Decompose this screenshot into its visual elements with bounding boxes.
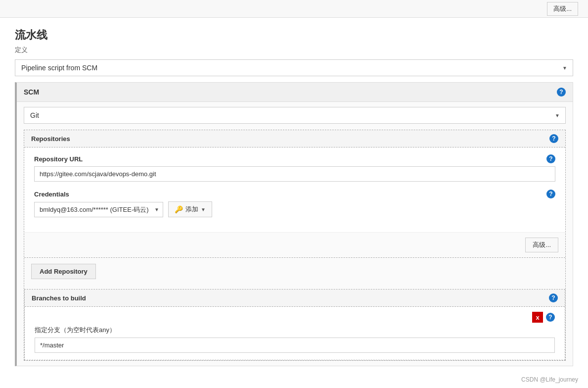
branches-header: Branches to build ? [25, 290, 565, 307]
definition-select-wrapper: Pipeline script from SCM Pipeline script [15, 59, 573, 76]
repo-inner: Repository URL ? Credentials ? [24, 147, 565, 232]
top-bar: 高级... [0, 0, 588, 18]
scm-select[interactable]: Git None Subversion [24, 107, 566, 124]
repositories-box: Repositories ? Repository URL ? [24, 130, 566, 361]
credentials-label-row: Credentials ? [34, 190, 555, 198]
credentials-help-icon[interactable]: ? [546, 190, 555, 198]
branch-delete-button[interactable]: x [532, 312, 543, 323]
add-repository-button[interactable]: Add Repository [31, 264, 96, 279]
scm-label: SCM [24, 88, 39, 96]
branch-help-icon[interactable]: ? [546, 313, 555, 322]
repo-url-help-icon[interactable]: ? [546, 154, 555, 163]
repo-url-block: Repository URL ? [34, 154, 555, 182]
branch-input[interactable] [35, 338, 555, 353]
top-advanced-button[interactable]: 高级... [547, 2, 578, 16]
branch-label-row: 指定分支（为空时代表any） [35, 326, 555, 335]
credentials-row: bmldyq@163.com/****** (GITEE-码云) 🔑 添加 ▼ [34, 201, 555, 217]
repositories-header: Repositories ? [24, 130, 565, 147]
branch-specifier-label: 指定分支（为空时代表any） [35, 326, 116, 335]
branch-field-header: x ? [35, 312, 555, 323]
page-wrapper: 高级... 流水线 定义 Pipeline script from SCM Pi… [0, 0, 588, 388]
dropdown-arrow-icon: ▼ [201, 207, 206, 212]
branches-inner: x ? 指定分支（为空时代表any） [25, 307, 565, 360]
scm-select-wrapper: Git None Subversion [24, 107, 566, 124]
definition-label: 定义 [15, 46, 573, 54]
credentials-label: Credentials [34, 191, 69, 198]
repo-url-input[interactable] [34, 166, 555, 182]
repositories-label: Repositories [31, 135, 70, 143]
add-credentials-button[interactable]: 🔑 添加 ▼ [168, 201, 212, 217]
repo-advanced-button[interactable]: 高级... [525, 238, 558, 252]
watermark: CSDN @Life_journey [521, 376, 578, 383]
scm-section: SCM ? Git None Subversion Repositories [15, 82, 573, 366]
branches-box: Branches to build ? x ? 指定分支（为空时代表any） [24, 289, 565, 360]
definition-select[interactable]: Pipeline script from SCM Pipeline script [15, 59, 573, 76]
credentials-select-wrapper: bmldyq@163.com/****** (GITEE-码云) [34, 202, 163, 217]
repositories-help-icon[interactable]: ? [549, 134, 558, 143]
branches-label: Branches to build [32, 294, 86, 302]
credentials-block: Credentials ? bmldyq@163.com/****** (GIT… [34, 190, 555, 217]
scm-header: SCM ? [17, 83, 573, 102]
repo-footer: 高级... [24, 232, 565, 257]
add-label: 添加 [185, 205, 198, 214]
repo-url-label-row: Repository URL ? [34, 154, 555, 163]
credentials-select[interactable]: bmldyq@163.com/****** (GITEE-码云) [34, 202, 163, 217]
main-content: 流水线 定义 Pipeline script from SCM Pipeline… [0, 18, 588, 382]
key-icon: 🔑 [175, 205, 183, 213]
branches-help-icon[interactable]: ? [549, 293, 558, 302]
page-title: 流水线 [15, 28, 573, 43]
add-repository-section: Add Repository [24, 257, 565, 285]
scm-help-icon[interactable]: ? [557, 88, 566, 97]
repo-url-label: Repository URL [34, 155, 83, 163]
scm-inner: Git None Subversion Repositories ? [17, 102, 573, 366]
